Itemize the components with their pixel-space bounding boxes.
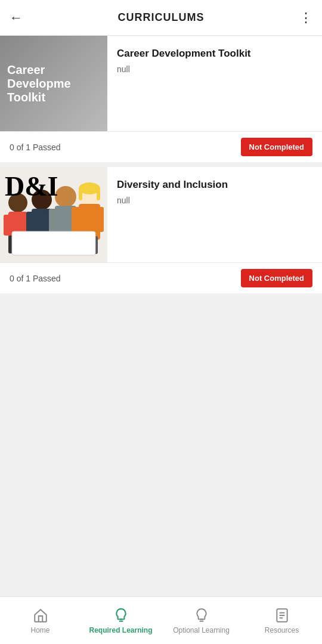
nav-label-resources: Resources: [265, 626, 299, 634]
card-footer-dni: 0 of 1 Passed Not Completed: [0, 262, 322, 293]
nav-label-required-learning: Required Learning: [89, 626, 152, 634]
resources-icon: [274, 607, 290, 624]
card-title-career: Career Development Toolkit: [117, 48, 312, 60]
page-title: CURRICULUMS: [118, 11, 205, 24]
thumb-line-3: Toolkit: [7, 91, 100, 104]
svg-rect-25: [96, 207, 104, 232]
svg-rect-22: [97, 188, 100, 200]
card-info-dni: Diversity and Inclusion null: [107, 167, 322, 262]
nav-item-optional-learning[interactable]: Optional Learning: [161, 607, 242, 634]
svg-rect-21: [79, 188, 82, 200]
curriculum-list: Career Developme Toolkit Career Developm…: [0, 36, 322, 596]
svg-rect-29: [12, 231, 95, 255]
home-icon: [32, 607, 49, 624]
svg-text:D&I: D&I: [5, 171, 58, 202]
card-thumbnail-career: Career Developme Toolkit: [0, 36, 107, 131]
nav-label-home: Home: [30, 626, 49, 634]
card-career-development: Career Developme Toolkit Career Developm…: [0, 36, 322, 162]
card-info-career: Career Development Toolkit null: [107, 36, 322, 131]
menu-button[interactable]: ⋮: [299, 10, 312, 26]
bottom-nav: Home Required Learning Optional Learning: [0, 596, 322, 644]
dni-people-illustration: D&I: [0, 167, 107, 262]
card-status-dni[interactable]: Not Completed: [241, 269, 312, 287]
card-progress-dni: 0 of 1 Passed: [10, 274, 61, 283]
nav-label-optional-learning: Optional Learning: [173, 626, 230, 634]
card-footer-career: 0 of 1 Passed Not Completed: [0, 131, 322, 162]
svg-rect-9: [26, 212, 34, 234]
card-progress-career: 0 of 1 Passed: [10, 143, 61, 152]
thumb-line-2: Developme: [7, 77, 100, 91]
svg-rect-24: [72, 207, 79, 232]
card-status-career[interactable]: Not Completed: [241, 138, 312, 156]
nav-item-required-learning[interactable]: Required Learning: [80, 607, 161, 634]
card-diversity-inclusion: D&I Diversity and Inclusion null 0 of 1 …: [0, 167, 322, 293]
card-subtitle-career: null: [117, 64, 312, 74]
card-main-dni: D&I Diversity and Inclusion null: [0, 167, 322, 262]
svg-rect-3: [4, 215, 11, 236]
card-title-dni: Diversity and Inclusion: [117, 179, 312, 191]
thumb-line-1: Career: [7, 63, 100, 77]
card-subtitle-dni: null: [117, 196, 312, 205]
nav-item-resources[interactable]: Resources: [242, 607, 322, 634]
card-thumbnail-dni: D&I: [0, 167, 107, 262]
bulb-icon: [113, 607, 129, 624]
nav-item-home[interactable]: Home: [0, 607, 80, 634]
back-button[interactable]: ←: [10, 10, 23, 26]
header: ← CURRICULUMS ⋮: [0, 0, 322, 36]
bulb-outline-icon: [193, 607, 210, 624]
career-thumbnail-text: Career Developme Toolkit: [0, 56, 107, 112]
card-main: Career Developme Toolkit Career Developm…: [0, 36, 322, 131]
svg-rect-15: [49, 209, 57, 233]
